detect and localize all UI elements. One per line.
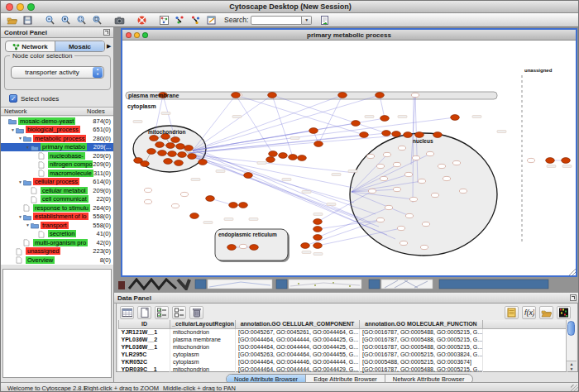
tree-row[interactable]: multi-organism pro42(0) (1, 238, 113, 247)
tree-row[interactable]: mosaic-demo-yeast874(0) (1, 117, 113, 126)
network-node[interactable] (409, 197, 417, 201)
expand-arrow-icon[interactable]: ▼ (10, 127, 16, 132)
vizmap-1-icon[interactable] (174, 14, 186, 26)
network-node[interactable] (158, 151, 167, 156)
network-node[interactable] (166, 143, 175, 149)
network-node[interactable] (527, 158, 534, 162)
network-node[interactable] (376, 93, 385, 98)
tree-row[interactable]: response to stimulu264(0) (1, 203, 113, 213)
network-node[interactable] (420, 245, 428, 249)
network-node[interactable] (404, 132, 413, 138)
inner-minimize-button[interactable] (134, 32, 140, 38)
network-node[interactable] (190, 213, 199, 219)
network-node[interactable] (298, 155, 307, 161)
network-node[interactable] (184, 146, 194, 151)
search-input[interactable] (251, 16, 302, 25)
network-node[interactable] (180, 192, 188, 196)
table-row[interactable]: YPL036W__2plasma membrane[GO:0044464, GO… (119, 336, 567, 343)
network-node[interactable] (385, 205, 392, 209)
network-node[interactable] (405, 213, 413, 218)
table-row[interactable]: YLR295Ccytoplasm[GO:0045263, GO:0044464,… (119, 351, 567, 358)
network-node[interactable] (562, 158, 571, 164)
minimize-button[interactable] (17, 3, 24, 11)
network-node[interactable] (171, 137, 180, 143)
network-node[interactable] (433, 132, 443, 138)
tree-row[interactable]: cell communicat22(0) (1, 195, 113, 204)
unselect-attributes-icon[interactable] (172, 306, 186, 319)
network-node[interactable] (426, 151, 433, 155)
network-node[interactable] (352, 121, 361, 127)
tree-row[interactable]: ▼primary metabo209(... (1, 143, 113, 152)
search-dropdown-button[interactable]: ▼ (302, 16, 312, 25)
network-node[interactable] (452, 160, 460, 165)
network-node[interactable] (188, 154, 197, 160)
network-node[interactable] (229, 203, 238, 208)
float-panel-icon[interactable] (103, 29, 110, 36)
network-node[interactable] (400, 241, 407, 245)
tree-row[interactable]: unassigned223(0) (1, 247, 113, 256)
network-node[interactable] (338, 93, 347, 98)
zoom-in-icon[interactable] (60, 14, 72, 26)
table-column-header[interactable]: _cellularLayoutRegion (170, 320, 236, 328)
network-node[interactable] (141, 161, 150, 167)
network-node[interactable] (380, 116, 390, 122)
tree-row[interactable]: ▼cellular process614(0) (1, 178, 113, 187)
network-node[interactable] (227, 245, 237, 251)
table-row[interactable]: YPL036W__1mitochondrion[GO:0044464, GO:0… (119, 343, 567, 351)
table-column-header[interactable]: annotation.GO MOLECULAR_FUNCTION (360, 320, 483, 328)
import-network-icon[interactable] (318, 14, 331, 26)
network-node[interactable] (301, 243, 310, 249)
network-node[interactable] (239, 244, 246, 248)
network-overview-icon[interactable] (158, 14, 170, 26)
network-node[interactable] (239, 203, 248, 208)
network-node[interactable] (382, 131, 391, 136)
tab-mosaic[interactable]: Mosaic (55, 41, 104, 51)
network-node[interactable] (309, 128, 318, 134)
import-table-icon[interactable] (539, 306, 553, 319)
network-node[interactable] (404, 172, 412, 176)
network-node[interactable] (360, 132, 369, 138)
network-node[interactable] (368, 189, 376, 193)
network-node[interactable] (438, 164, 445, 168)
network-node[interactable] (415, 132, 424, 138)
open-icon[interactable] (6, 14, 18, 26)
network-node[interactable] (443, 176, 450, 180)
attribute-editor-icon[interactable] (505, 306, 519, 319)
scrollbar-thumb[interactable] (567, 321, 575, 336)
float-data-panel-icon[interactable] (570, 294, 577, 301)
network-node[interactable] (313, 219, 323, 225)
network-node[interactable] (289, 155, 298, 160)
network-node[interactable] (232, 93, 241, 98)
inner-zoom-button[interactable] (142, 32, 148, 38)
tree-row[interactable]: cellular metabol209(0) (1, 186, 113, 195)
tree-row[interactable]: nitrogen compo209(0) (1, 160, 113, 170)
help-icon[interactable] (136, 14, 148, 26)
save-icon[interactable] (22, 14, 34, 26)
network-node[interactable] (150, 136, 159, 141)
network-node[interactable] (279, 153, 288, 159)
network-canvas[interactable]: plasma membranecytoplasmmitochondrionnuc… (122, 41, 576, 275)
formula-builder-icon[interactable]: f(x) (522, 306, 536, 319)
zoom-fit-icon[interactable] (91, 14, 103, 26)
heatmap-icon[interactable] (557, 306, 571, 319)
expand-arrow-icon[interactable]: ▼ (17, 136, 23, 141)
network-node[interactable] (171, 203, 179, 208)
zoom-selected-icon[interactable] (75, 14, 88, 26)
tree-row[interactable]: Overview8(0) (1, 256, 113, 265)
tree-row[interactable]: secretion41(0) (1, 230, 113, 239)
network-node[interactable] (250, 245, 259, 251)
network-node[interactable] (313, 243, 323, 249)
select-nodes-checkbox[interactable]: ✓ (9, 94, 17, 103)
expand-arrow-icon[interactable]: ▼ (25, 145, 31, 150)
table-row[interactable]: YDR039C__1mitochondrion[GO:0044464, GO:0… (119, 366, 567, 373)
network-node[interactable] (393, 187, 400, 191)
network-node[interactable] (313, 235, 323, 241)
network-node[interactable] (366, 154, 374, 158)
network-node[interactable] (383, 152, 390, 156)
network-node[interactable] (376, 164, 384, 168)
resize-grip[interactable] (571, 385, 579, 392)
tree-row[interactable]: ▼metabolic process280(0) (1, 134, 113, 143)
network-node[interactable] (164, 159, 173, 165)
expand-arrow-icon[interactable]: ▼ (17, 214, 23, 219)
network-node[interactable] (411, 93, 419, 97)
